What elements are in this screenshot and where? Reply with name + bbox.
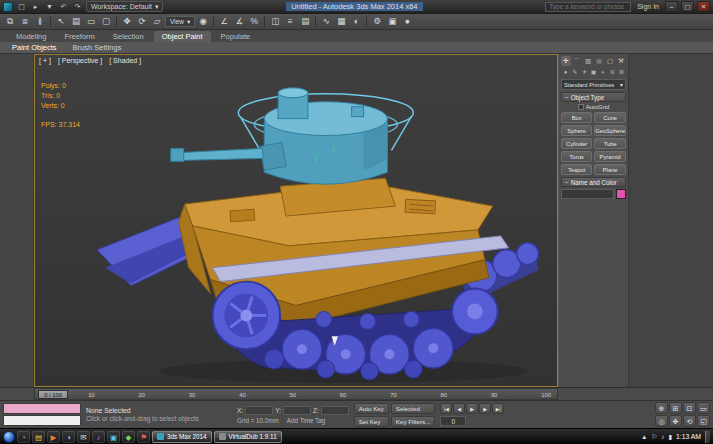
select-object-icon[interactable]: ↖ <box>54 15 68 28</box>
go-to-end-button[interactable]: ▶| <box>492 403 504 414</box>
bind-spacewarp-icon[interactable]: ≬ <box>33 15 47 28</box>
tab-selection[interactable]: Selection <box>105 31 152 42</box>
create-tube-button[interactable]: Tube <box>594 138 626 149</box>
create-pyramid-button[interactable]: Pyramid <box>594 151 626 162</box>
viewport-menu-general[interactable]: [ + ] <box>39 57 51 64</box>
taskbar-app-icon[interactable]: ◔ <box>17 431 30 443</box>
workspace-dropdown[interactable]: Workspace: Default ▾ <box>86 1 163 12</box>
orbit-icon[interactable]: ⟲ <box>683 415 696 427</box>
object-type-rollout-header[interactable]: − Object Type <box>561 92 626 102</box>
select-rotate-icon[interactable]: ⟳ <box>135 15 149 28</box>
curve-editor-icon[interactable]: ∿ <box>319 15 333 28</box>
spacewarps-category-icon[interactable]: ≋ <box>608 68 617 77</box>
time-slider-thumb[interactable]: 0 / 100 <box>38 390 68 399</box>
tank-model[interactable] <box>35 55 557 386</box>
taskbar-app-icon[interactable]: ▶ <box>47 431 60 443</box>
maxscript-mini-listener[interactable] <box>3 403 81 426</box>
schematic-view-icon[interactable]: ▦ <box>334 15 348 28</box>
taskbar-app-icon[interactable]: ▣ <box>107 431 120 443</box>
select-link-icon[interactable]: ⧉ <box>3 15 17 28</box>
unlink-icon[interactable]: ⧈ <box>18 15 32 28</box>
create-plane-button[interactable]: Plane <box>594 164 626 175</box>
tab-modeling[interactable]: Modeling <box>8 31 54 42</box>
save-file-icon[interactable]: ▼ <box>44 1 55 12</box>
redo-icon[interactable]: ↷ <box>72 1 83 12</box>
render-production-icon[interactable]: ● <box>400 15 414 28</box>
taskbar-window-3dsmax[interactable]: 3ds Max 2014 <box>152 431 212 443</box>
sign-in-link[interactable]: Sign In <box>634 3 662 10</box>
geometry-category-icon[interactable]: ● <box>561 68 570 77</box>
app-logo-icon[interactable] <box>3 2 13 12</box>
pan-icon[interactable]: ✥ <box>669 415 682 427</box>
snaps-toggle-icon[interactable]: ∠ <box>217 15 231 28</box>
time-slider-track[interactable]: 0 / 100 0 10 20 30 40 50 60 70 80 90 100 <box>34 388 558 400</box>
window-crossing-icon[interactable]: ▢ <box>99 15 113 28</box>
z-coordinate-field[interactable] <box>321 406 349 415</box>
cameras-category-icon[interactable]: ▣ <box>589 68 598 77</box>
motion-tab-icon[interactable]: ◎ <box>594 56 604 66</box>
hierarchy-tab-icon[interactable]: ▥ <box>583 56 593 66</box>
show-desktop-button[interactable] <box>705 431 710 443</box>
create-torus-button[interactable]: Torus <box>561 151 592 162</box>
object-name-field[interactable] <box>561 189 614 199</box>
object-color-swatch[interactable] <box>616 189 626 199</box>
subtab-paint-objects[interactable]: Paint Objects <box>12 43 57 52</box>
create-box-button[interactable]: Box <box>561 112 592 123</box>
time-tag-button[interactable]: Add Time Tag <box>287 417 325 424</box>
maximize-button[interactable]: ▢ <box>681 1 694 12</box>
perspective-viewport[interactable]: [ + ] [ Perspective ] [ Shaded ] Polys: … <box>34 54 558 387</box>
zoom-all-icon[interactable]: ⊞ <box>669 402 682 414</box>
y-coordinate-field[interactable] <box>283 406 311 415</box>
viewport-menu-shading[interactable]: [ Shaded ] <box>109 57 141 64</box>
start-button[interactable] <box>3 431 15 443</box>
render-setup-icon[interactable]: ⚙ <box>370 15 384 28</box>
tab-populate[interactable]: Populate <box>213 31 259 42</box>
mirror-icon[interactable]: ◫ <box>268 15 282 28</box>
systems-category-icon[interactable]: ⚙ <box>617 68 626 77</box>
viewport-menu-pov[interactable]: [ Perspective ] <box>58 57 102 64</box>
minimize-button[interactable]: – <box>665 1 678 12</box>
shapes-category-icon[interactable]: ✎ <box>570 68 579 77</box>
create-sphere-button[interactable]: Sphere <box>561 125 592 136</box>
helpers-category-icon[interactable]: ⌖ <box>598 68 607 77</box>
taskbar-app-icon[interactable]: ♪ <box>92 431 105 443</box>
select-by-name-icon[interactable]: ▤ <box>69 15 83 28</box>
auto-key-button[interactable]: Auto Key <box>354 403 389 414</box>
layer-manager-icon[interactable]: ▤ <box>298 15 312 28</box>
taskbar-app-icon[interactable]: ⚑ <box>137 431 150 443</box>
tray-show-hidden-icon[interactable]: ▲ <box>641 433 647 440</box>
align-icon[interactable]: ≡ <box>283 15 297 28</box>
select-move-icon[interactable]: ✥ <box>120 15 134 28</box>
listener-script-line[interactable] <box>3 415 81 426</box>
lights-category-icon[interactable]: ☀ <box>580 68 589 77</box>
percent-snap-icon[interactable]: % <box>247 15 261 28</box>
search-input[interactable] <box>545 2 631 12</box>
maximize-viewport-icon[interactable]: ◱ <box>697 415 710 427</box>
create-teapot-button[interactable]: Teapot <box>561 164 592 175</box>
tray-volume-icon[interactable]: ♪ <box>661 433 664 440</box>
taskbar-app-icon[interactable]: ▤ <box>32 431 45 443</box>
zoom-icon[interactable]: ⊕ <box>655 402 668 414</box>
tab-object-paint[interactable]: Object Paint <box>154 31 211 42</box>
material-editor-icon[interactable]: ◐ <box>349 15 363 28</box>
display-tab-icon[interactable]: ▢ <box>605 56 615 66</box>
new-scene-icon[interactable]: ▢ <box>16 1 27 12</box>
create-tab-icon[interactable]: ✛ <box>561 56 571 66</box>
next-frame-button[interactable]: ▶ <box>479 403 491 414</box>
listener-macro-line[interactable] <box>3 403 81 414</box>
zoom-region-icon[interactable]: ▭ <box>697 402 710 414</box>
x-coordinate-field[interactable] <box>245 406 273 415</box>
undo-icon[interactable]: ↶ <box>58 1 69 12</box>
zoom-extents-icon[interactable]: ⊡ <box>683 402 696 414</box>
primitive-category-dropdown[interactable]: Standard Primitives ▾ <box>561 79 626 90</box>
select-scale-icon[interactable]: ▱ <box>150 15 164 28</box>
open-file-icon[interactable]: ▸ <box>30 1 41 12</box>
subtab-brush-settings[interactable]: Brush Settings <box>73 43 122 52</box>
taskbar-app-icon[interactable]: ◆ <box>122 431 135 443</box>
go-to-start-button[interactable]: |◀ <box>440 403 452 414</box>
name-color-rollout-header[interactable]: − Name and Color <box>561 177 626 187</box>
taskbar-window-virtualdub[interactable]: VirtualDub 1.9.11 <box>214 431 282 443</box>
utilities-tab-icon[interactable]: ⚒ <box>616 56 626 66</box>
tray-network-icon[interactable]: ⚐ <box>651 433 657 441</box>
create-cylinder-button[interactable]: Cylinder <box>561 138 592 149</box>
